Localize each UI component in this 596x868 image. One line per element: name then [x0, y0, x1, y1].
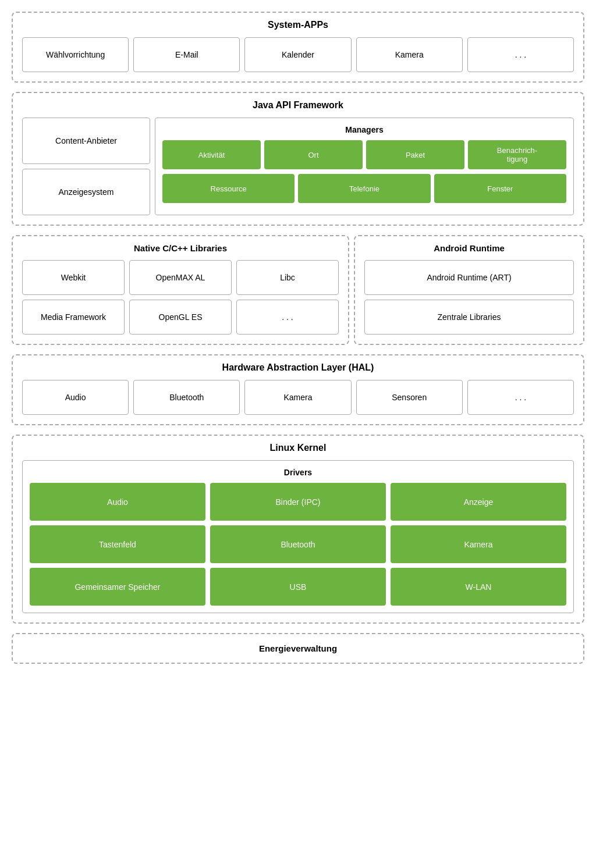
linux-kernel-title: Linux Kernel	[22, 443, 574, 453]
android-runtime-layer: Android Runtime Android Runtime (ART) Ze…	[354, 235, 584, 345]
kernel-inner: Drivers Audio Binder (IPC) Anzeige Taste…	[22, 460, 574, 613]
list-item: Anzeige	[391, 483, 566, 521]
list-item: USB	[210, 568, 386, 606]
runtime-grid: Android Runtime (ART) Zentrale Libraries	[364, 260, 574, 335]
native-row1: Webkit OpenMAX AL Libc	[22, 260, 339, 295]
list-item: Ort	[264, 140, 363, 169]
list-item: OpenMAX AL	[129, 260, 232, 295]
driver-row2: Tastenfeld Bluetooth Kamera	[30, 525, 566, 563]
list-item: Android Runtime (ART)	[364, 260, 574, 295]
list-item: Bluetooth	[133, 380, 240, 415]
java-api-layer: Java API Framework Content-Anbieter Anze…	[12, 92, 584, 226]
list-item: Gemeinsamer Speicher	[30, 568, 205, 606]
linux-kernel-layer: Linux Kernel Drivers Audio Binder (IPC) …	[12, 435, 584, 624]
native-cpp-title: Native C/C++ Libraries	[22, 243, 339, 253]
list-item: E-Mail	[133, 37, 240, 72]
list-item: Aktivität	[162, 140, 261, 169]
list-item: Kalender	[244, 37, 351, 72]
system-apps-row: Wählvorrichtung E-Mail Kalender Kamera .…	[22, 37, 574, 72]
list-item: Webkit	[22, 260, 125, 295]
system-apps-title: System-APPs	[22, 20, 574, 30]
list-item: Binder (IPC)	[210, 483, 386, 521]
driver-row3: Gemeinsamer Speicher USB W-LAN	[30, 568, 566, 606]
list-item: Content-Anbieter	[22, 118, 150, 164]
list-item: Fenster	[434, 174, 566, 203]
hal-row: Audio Bluetooth Kamera Sensoren . . .	[22, 380, 574, 415]
energie-layer: Energieverwaltung	[12, 633, 584, 664]
list-item: W-LAN	[391, 568, 566, 606]
native-row2: Media Framework OpenGL ES . . .	[22, 300, 339, 335]
managers-row2: Ressource Telefonie Fenster	[162, 174, 566, 203]
list-item: Kamera	[391, 525, 566, 563]
list-item: Audio	[30, 483, 205, 521]
list-item: . . .	[467, 37, 574, 72]
drivers-title: Drivers	[30, 468, 566, 477]
list-item: Bluetooth	[210, 525, 386, 563]
jaf-left: Content-Anbieter Anzeigesystem	[22, 118, 150, 215]
list-item: Sensoren	[356, 380, 463, 415]
hal-title: Hardware Abstraction Layer (HAL)	[22, 362, 574, 373]
managers-row1: Aktivität Ort Paket Benachrich- tigung	[162, 140, 566, 169]
energie-title: Energieverwaltung	[22, 643, 574, 653]
list-item: Media Framework	[22, 300, 125, 335]
list-item: Anzeigesystem	[22, 169, 150, 215]
list-item: . . .	[236, 300, 339, 335]
list-item: Benachrich- tigung	[468, 140, 566, 169]
system-apps-layer: System-APPs Wählvorrichtung E-Mail Kalen…	[12, 12, 584, 83]
native-cpp-layer: Native C/C++ Libraries Webkit OpenMAX AL…	[12, 235, 349, 345]
native-grid: Webkit OpenMAX AL Libc Media Framework O…	[22, 260, 339, 335]
drivers-grid: Audio Binder (IPC) Anzeige Tastenfeld Bl…	[30, 483, 566, 606]
list-item: Paket	[366, 140, 464, 169]
java-api-inner: Content-Anbieter Anzeigesystem Managers …	[22, 118, 574, 215]
list-item: . . .	[467, 380, 574, 415]
list-item: Ressource	[162, 174, 295, 203]
hal-layer: Hardware Abstraction Layer (HAL) Audio B…	[12, 354, 584, 425]
list-item: Zentrale Libraries	[364, 300, 574, 335]
managers-title: Managers	[162, 125, 566, 134]
list-item: Kamera	[244, 380, 351, 415]
list-item: Telefonie	[298, 174, 430, 203]
managers-panel: Managers Aktivität Ort Paket Benachrich-…	[155, 118, 574, 215]
list-item: Kamera	[356, 37, 463, 72]
native-runtime-row: Native C/C++ Libraries Webkit OpenMAX AL…	[12, 235, 584, 345]
list-item: Wählvorrichtung	[22, 37, 129, 72]
driver-row1: Audio Binder (IPC) Anzeige	[30, 483, 566, 521]
list-item: Libc	[236, 260, 339, 295]
list-item: OpenGL ES	[129, 300, 232, 335]
list-item: Audio	[22, 380, 129, 415]
java-api-title: Java API Framework	[22, 100, 574, 111]
list-item: Tastenfeld	[30, 525, 205, 563]
android-runtime-title: Android Runtime	[364, 243, 574, 253]
